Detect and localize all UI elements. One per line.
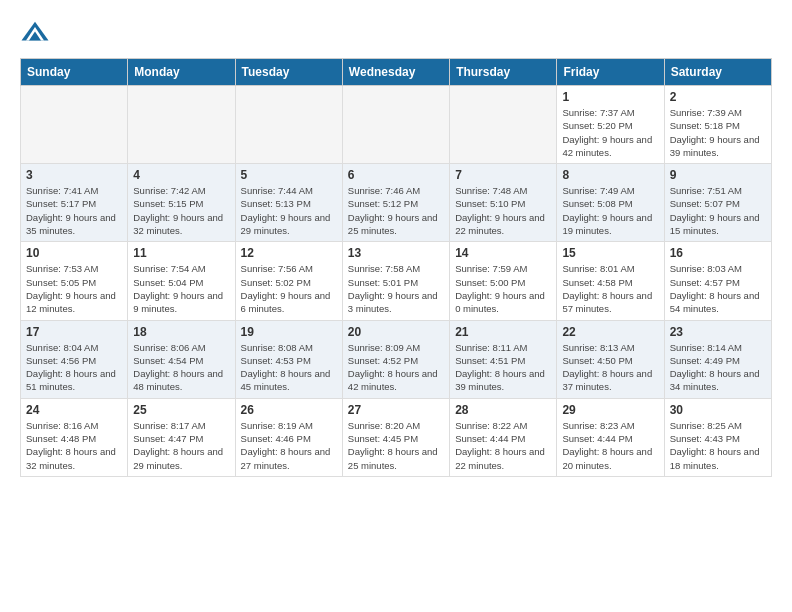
day-number: 7 — [455, 168, 551, 182]
day-number: 11 — [133, 246, 229, 260]
calendar-cell: 19Sunrise: 8:08 AM Sunset: 4:53 PM Dayli… — [235, 320, 342, 398]
calendar-cell: 29Sunrise: 8:23 AM Sunset: 4:44 PM Dayli… — [557, 398, 664, 476]
calendar-week-1: 1Sunrise: 7:37 AM Sunset: 5:20 PM Daylig… — [21, 86, 772, 164]
day-number: 10 — [26, 246, 122, 260]
day-info: Sunrise: 8:03 AM Sunset: 4:57 PM Dayligh… — [670, 262, 766, 315]
logo-icon — [20, 18, 50, 48]
day-info: Sunrise: 8:08 AM Sunset: 4:53 PM Dayligh… — [241, 341, 337, 394]
day-info: Sunrise: 8:19 AM Sunset: 4:46 PM Dayligh… — [241, 419, 337, 472]
weekday-header-tuesday: Tuesday — [235, 59, 342, 86]
day-number: 14 — [455, 246, 551, 260]
calendar-cell: 27Sunrise: 8:20 AM Sunset: 4:45 PM Dayli… — [342, 398, 449, 476]
day-info: Sunrise: 7:51 AM Sunset: 5:07 PM Dayligh… — [670, 184, 766, 237]
calendar-cell — [235, 86, 342, 164]
calendar-cell: 18Sunrise: 8:06 AM Sunset: 4:54 PM Dayli… — [128, 320, 235, 398]
calendar-cell: 8Sunrise: 7:49 AM Sunset: 5:08 PM Daylig… — [557, 164, 664, 242]
day-info: Sunrise: 8:16 AM Sunset: 4:48 PM Dayligh… — [26, 419, 122, 472]
day-number: 5 — [241, 168, 337, 182]
day-info: Sunrise: 7:37 AM Sunset: 5:20 PM Dayligh… — [562, 106, 658, 159]
calendar-cell: 25Sunrise: 8:17 AM Sunset: 4:47 PM Dayli… — [128, 398, 235, 476]
day-number: 13 — [348, 246, 444, 260]
calendar-cell: 17Sunrise: 8:04 AM Sunset: 4:56 PM Dayli… — [21, 320, 128, 398]
day-number: 26 — [241, 403, 337, 417]
weekday-row: SundayMondayTuesdayWednesdayThursdayFrid… — [21, 59, 772, 86]
day-number: 25 — [133, 403, 229, 417]
day-info: Sunrise: 7:46 AM Sunset: 5:12 PM Dayligh… — [348, 184, 444, 237]
calendar-week-5: 24Sunrise: 8:16 AM Sunset: 4:48 PM Dayli… — [21, 398, 772, 476]
calendar-cell: 10Sunrise: 7:53 AM Sunset: 5:05 PM Dayli… — [21, 242, 128, 320]
calendar-cell: 9Sunrise: 7:51 AM Sunset: 5:07 PM Daylig… — [664, 164, 771, 242]
day-number: 4 — [133, 168, 229, 182]
day-number: 27 — [348, 403, 444, 417]
day-info: Sunrise: 8:01 AM Sunset: 4:58 PM Dayligh… — [562, 262, 658, 315]
day-info: Sunrise: 7:49 AM Sunset: 5:08 PM Dayligh… — [562, 184, 658, 237]
day-info: Sunrise: 8:22 AM Sunset: 4:44 PM Dayligh… — [455, 419, 551, 472]
calendar-cell: 24Sunrise: 8:16 AM Sunset: 4:48 PM Dayli… — [21, 398, 128, 476]
calendar-cell: 2Sunrise: 7:39 AM Sunset: 5:18 PM Daylig… — [664, 86, 771, 164]
calendar-cell — [21, 86, 128, 164]
day-number: 30 — [670, 403, 766, 417]
day-number: 8 — [562, 168, 658, 182]
calendar-cell — [128, 86, 235, 164]
day-number: 20 — [348, 325, 444, 339]
weekday-header-friday: Friday — [557, 59, 664, 86]
day-number: 2 — [670, 90, 766, 104]
day-number: 28 — [455, 403, 551, 417]
calendar-cell: 26Sunrise: 8:19 AM Sunset: 4:46 PM Dayli… — [235, 398, 342, 476]
day-number: 6 — [348, 168, 444, 182]
day-info: Sunrise: 8:20 AM Sunset: 4:45 PM Dayligh… — [348, 419, 444, 472]
calendar-header: SundayMondayTuesdayWednesdayThursdayFrid… — [21, 59, 772, 86]
day-info: Sunrise: 7:53 AM Sunset: 5:05 PM Dayligh… — [26, 262, 122, 315]
calendar-cell — [450, 86, 557, 164]
weekday-header-thursday: Thursday — [450, 59, 557, 86]
weekday-header-saturday: Saturday — [664, 59, 771, 86]
logo — [20, 18, 52, 48]
weekday-header-wednesday: Wednesday — [342, 59, 449, 86]
weekday-header-monday: Monday — [128, 59, 235, 86]
calendar-cell: 4Sunrise: 7:42 AM Sunset: 5:15 PM Daylig… — [128, 164, 235, 242]
day-number: 1 — [562, 90, 658, 104]
calendar-cell — [342, 86, 449, 164]
calendar-cell: 7Sunrise: 7:48 AM Sunset: 5:10 PM Daylig… — [450, 164, 557, 242]
day-info: Sunrise: 7:54 AM Sunset: 5:04 PM Dayligh… — [133, 262, 229, 315]
calendar-cell: 21Sunrise: 8:11 AM Sunset: 4:51 PM Dayli… — [450, 320, 557, 398]
day-number: 18 — [133, 325, 229, 339]
day-number: 15 — [562, 246, 658, 260]
day-number: 3 — [26, 168, 122, 182]
day-info: Sunrise: 7:56 AM Sunset: 5:02 PM Dayligh… — [241, 262, 337, 315]
calendar-cell: 12Sunrise: 7:56 AM Sunset: 5:02 PM Dayli… — [235, 242, 342, 320]
calendar-cell: 22Sunrise: 8:13 AM Sunset: 4:50 PM Dayli… — [557, 320, 664, 398]
day-info: Sunrise: 7:58 AM Sunset: 5:01 PM Dayligh… — [348, 262, 444, 315]
calendar-week-3: 10Sunrise: 7:53 AM Sunset: 5:05 PM Dayli… — [21, 242, 772, 320]
day-info: Sunrise: 8:14 AM Sunset: 4:49 PM Dayligh… — [670, 341, 766, 394]
day-info: Sunrise: 7:44 AM Sunset: 5:13 PM Dayligh… — [241, 184, 337, 237]
calendar-cell: 20Sunrise: 8:09 AM Sunset: 4:52 PM Dayli… — [342, 320, 449, 398]
day-info: Sunrise: 7:41 AM Sunset: 5:17 PM Dayligh… — [26, 184, 122, 237]
calendar-cell: 5Sunrise: 7:44 AM Sunset: 5:13 PM Daylig… — [235, 164, 342, 242]
calendar-cell: 11Sunrise: 7:54 AM Sunset: 5:04 PM Dayli… — [128, 242, 235, 320]
day-number: 16 — [670, 246, 766, 260]
calendar-cell: 13Sunrise: 7:58 AM Sunset: 5:01 PM Dayli… — [342, 242, 449, 320]
calendar-wrapper: SundayMondayTuesdayWednesdayThursdayFrid… — [0, 58, 792, 487]
day-info: Sunrise: 7:59 AM Sunset: 5:00 PM Dayligh… — [455, 262, 551, 315]
calendar-cell: 28Sunrise: 8:22 AM Sunset: 4:44 PM Dayli… — [450, 398, 557, 476]
calendar-cell: 15Sunrise: 8:01 AM Sunset: 4:58 PM Dayli… — [557, 242, 664, 320]
calendar-cell: 6Sunrise: 7:46 AM Sunset: 5:12 PM Daylig… — [342, 164, 449, 242]
page-header — [0, 0, 792, 58]
day-number: 24 — [26, 403, 122, 417]
day-number: 22 — [562, 325, 658, 339]
day-info: Sunrise: 8:09 AM Sunset: 4:52 PM Dayligh… — [348, 341, 444, 394]
day-number: 19 — [241, 325, 337, 339]
day-number: 12 — [241, 246, 337, 260]
calendar-week-2: 3Sunrise: 7:41 AM Sunset: 5:17 PM Daylig… — [21, 164, 772, 242]
day-number: 21 — [455, 325, 551, 339]
calendar-week-4: 17Sunrise: 8:04 AM Sunset: 4:56 PM Dayli… — [21, 320, 772, 398]
day-info: Sunrise: 8:04 AM Sunset: 4:56 PM Dayligh… — [26, 341, 122, 394]
day-info: Sunrise: 8:25 AM Sunset: 4:43 PM Dayligh… — [670, 419, 766, 472]
day-info: Sunrise: 7:42 AM Sunset: 5:15 PM Dayligh… — [133, 184, 229, 237]
day-number: 23 — [670, 325, 766, 339]
weekday-header-sunday: Sunday — [21, 59, 128, 86]
calendar-cell: 16Sunrise: 8:03 AM Sunset: 4:57 PM Dayli… — [664, 242, 771, 320]
day-info: Sunrise: 7:39 AM Sunset: 5:18 PM Dayligh… — [670, 106, 766, 159]
day-info: Sunrise: 8:17 AM Sunset: 4:47 PM Dayligh… — [133, 419, 229, 472]
